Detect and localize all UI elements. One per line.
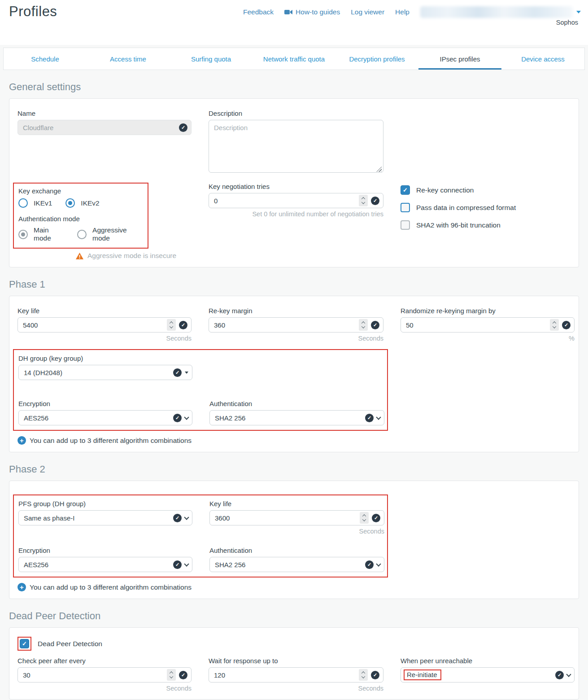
phase1-key-life-unit: Seconds [17,335,192,342]
phase2-encryption-select[interactable]: AES256 [18,557,192,572]
chevron-down-icon [566,672,571,677]
sha2-truncation-label: SHA2 with 96-bit truncation [416,221,501,229]
phase1-authentication-label: Authentication [209,400,384,407]
help-link[interactable]: Help [395,8,409,16]
randomize-margin-input[interactable] [401,317,575,332]
rekey-margin-value[interactable] [214,321,359,329]
radio-main-mode-label: Main mode [34,226,65,242]
tab-bar: Schedule Access time Surfing quota Netwo… [3,48,585,70]
name-label: Name [17,109,192,117]
randomize-margin-value[interactable] [406,321,550,329]
phase1-authentication-select[interactable]: SHA2 256 [209,410,384,425]
card-dpd: Dead Peer Detection Check peer after eve… [9,627,579,700]
radio-ikev1-label: IKEv1 [34,199,52,207]
chevron-down-icon [184,561,189,566]
check-peer-unit: Seconds [17,685,192,692]
name-input [17,120,192,135]
valid-check-icon [173,514,182,522]
tab-access-time[interactable]: Access time [87,48,170,70]
compressed-format-label: Pass data in compressed format [416,204,516,212]
phase2-encryption-value: AES256 [24,561,48,569]
phase1-encryption-select[interactable]: AES256 [18,410,192,425]
number-stepper[interactable] [550,319,559,331]
howto-guides-link[interactable]: How-to guides [284,8,340,16]
valid-check-icon [371,671,379,679]
account-name-redacted [420,6,573,18]
wait-response-value[interactable] [214,671,359,679]
key-negotiation-value[interactable] [214,197,359,205]
number-stepper[interactable] [360,512,369,524]
phase2-authentication-select[interactable]: SHA2 256 [209,557,384,572]
tab-decryption-profiles[interactable]: Decryption profiles [335,48,418,70]
howto-guides-label: How-to guides [296,8,340,16]
phase1-encryption-label: Encryption [18,400,192,407]
section-heading-dpd: Dead Peer Detection [9,610,579,622]
number-stepper[interactable] [167,669,176,681]
tab-surfing-quota[interactable]: Surfing quota [170,48,253,70]
sha2-truncation-checkbox [401,220,410,230]
key-negotiation-label: Key negotiation tries [209,183,383,190]
tab-network-traffic-quota[interactable]: Network traffic quota [253,48,335,70]
radio-ikev2[interactable] [65,198,75,208]
phase2-key-life-value[interactable] [215,514,360,522]
account-selector[interactable] [420,6,581,18]
card-phase2: PFS group (DH group) Same as phase-I Key… [9,481,579,599]
check-peer-input[interactable] [17,667,192,682]
authentication-mode-label: Authentication mode [18,215,142,223]
chevron-down-icon [184,415,189,420]
log-viewer-link[interactable]: Log viewer [351,8,384,16]
number-stepper[interactable] [167,319,176,331]
phase1-encryption-value: AES256 [24,414,48,422]
valid-check-icon [365,560,374,569]
compressed-format-checkbox[interactable] [401,203,410,212]
check-peer-label: Check peer after every [17,657,192,665]
description-textarea[interactable] [209,120,383,173]
section-heading-general-settings: General settings [9,81,579,93]
chevron-down-icon [184,515,189,520]
valid-check-icon [173,560,182,569]
key-negotiation-input[interactable] [209,193,383,208]
rekey-connection-checkbox[interactable] [401,185,410,195]
when-unreachable-label: When peer unreachable [401,657,575,665]
video-camera-icon [284,9,292,15]
chevron-down-icon [376,561,381,566]
header-links: Feedback How-to guides Log viewer Help [243,6,581,18]
highlight-box-dpd-checkbox [17,637,31,651]
number-stepper[interactable] [359,195,368,206]
valid-check-icon [365,414,374,422]
valid-check-icon [179,671,187,679]
aggressive-mode-warning: Aggressive mode is insecure [87,252,176,260]
radio-ikev1[interactable] [18,198,28,208]
pfs-group-value: Same as phase-I [24,514,74,522]
number-stepper[interactable] [359,319,368,331]
wait-response-input[interactable] [209,667,383,682]
number-stepper[interactable] [359,669,368,681]
when-unreachable-select[interactable]: Re-initiate [401,667,575,682]
phase2-add-note: You can add up to 3 different algorithm … [30,583,192,591]
rekey-margin-input[interactable] [209,317,383,332]
page-header: Profiles Feedback How-to guides Log view… [0,0,588,45]
section-heading-phase2: Phase 2 [9,464,579,475]
dh-group-value: 14 (DH2048) [24,369,62,376]
dpd-checkbox[interactable] [20,639,29,648]
tab-ipsec-profiles[interactable]: IPsec profiles [418,48,501,70]
valid-check-icon [555,671,564,679]
chevron-down-icon [376,415,381,420]
tab-device-access[interactable]: Device access [501,48,584,70]
dh-group-select[interactable]: 14 (DH2048) [18,365,192,380]
add-combination-icon[interactable] [17,436,26,445]
brand-label: Sophos [556,19,578,26]
phase1-key-life-input[interactable] [17,317,192,332]
check-peer-value[interactable] [23,671,167,679]
rekey-margin-label: Re-key margin [209,307,383,315]
phase1-key-life-value[interactable] [23,321,167,329]
add-combination-icon[interactable] [17,583,26,591]
warning-triangle-icon [76,253,83,259]
phase2-key-life-input[interactable] [209,510,384,525]
highlight-box-key-exchange: Key exchange IKEv1 IKEv2 Authentication … [13,183,148,249]
tab-schedule[interactable]: Schedule [4,48,87,70]
pfs-group-select[interactable]: Same as phase-I [18,510,192,525]
valid-check-icon [372,514,380,522]
feedback-link[interactable]: Feedback [243,8,274,16]
key-negotiation-hint: Set 0 for unlimited number of negotiatio… [209,210,383,218]
